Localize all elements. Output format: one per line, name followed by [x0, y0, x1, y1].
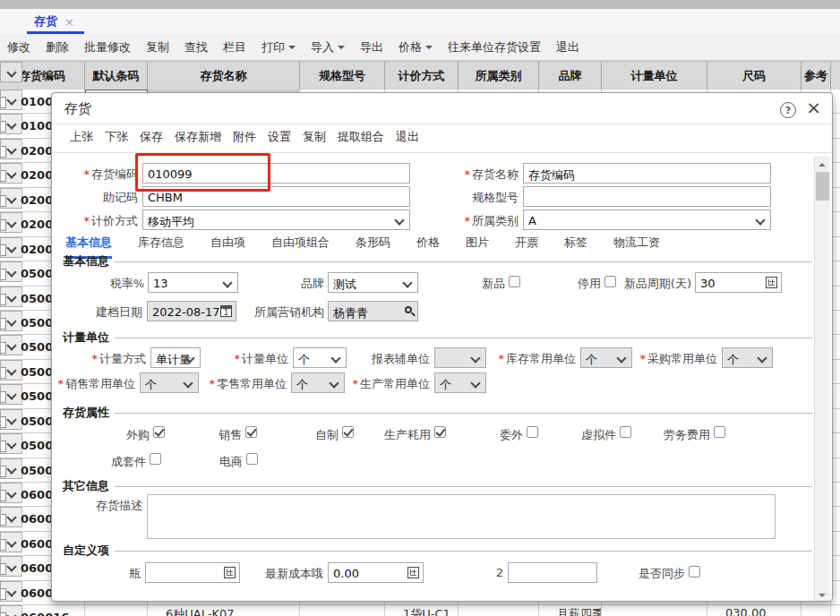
- row-cell[interactable]: 1袋U-C1: [385, 605, 459, 616]
- scroll-down-icon[interactable]: [815, 586, 830, 601]
- attr-checkbox-9[interactable]: [246, 453, 258, 465]
- toolbar-button-label: 栏目: [223, 39, 246, 56]
- grid-header-7[interactable]: 品牌: [539, 62, 602, 90]
- scrollbar-thumb[interactable]: [816, 172, 829, 201]
- attr-checkbox-8[interactable]: [150, 453, 161, 465]
- grid-header-2[interactable]: 默认条码: [85, 62, 148, 90]
- toolbar-button-7[interactable]: 打印: [261, 39, 296, 56]
- grid-header-6[interactable]: 所属类别: [459, 62, 539, 90]
- toolbar-button-12[interactable]: 退出: [556, 39, 579, 56]
- custom2-label: 最新成本哦: [265, 566, 323, 582]
- row-cell[interactable]: [801, 605, 831, 616]
- section-basic-title: 基本信息: [63, 253, 812, 270]
- toolbar-button-label: 复制: [146, 39, 169, 56]
- tab-close-icon[interactable]: ×: [64, 15, 74, 29]
- pricing-select[interactable]: 移动平均: [142, 210, 410, 230]
- stop-checkbox[interactable]: [604, 276, 616, 287]
- attr-checkbox-3[interactable]: [342, 426, 354, 438]
- custom1-input[interactable]: [145, 562, 240, 583]
- unit-label-7: *零售常用单位: [210, 376, 287, 392]
- dialog-scrollbar[interactable]: [814, 156, 830, 601]
- grid-header-4[interactable]: 规格型号: [300, 62, 385, 90]
- code-label: *存货编码: [84, 167, 139, 183]
- help-icon[interactable]: ?: [780, 102, 796, 118]
- row-cell[interactable]: 6种UAL-K07: [148, 605, 300, 616]
- search-icon: [405, 306, 412, 313]
- tax-select[interactable]: 13: [148, 272, 238, 293]
- dialog-menu-item-6[interactable]: 设置: [268, 129, 291, 145]
- attr-checkbox-4[interactable]: [434, 426, 446, 438]
- unit-label-6: *销售常用单位: [58, 376, 136, 392]
- unit-label-3: 报表辅单位: [372, 351, 430, 367]
- toolbar-button-label: 打印: [261, 39, 285, 56]
- sync-checkbox[interactable]: [689, 566, 700, 578]
- dialog-menu-item-1[interactable]: 上张: [70, 129, 93, 145]
- toolbar-button-11[interactable]: 往来单位存货设置: [448, 39, 541, 56]
- new-item-checkbox[interactable]: [509, 276, 520, 287]
- chevron-down-icon: [425, 46, 433, 53]
- spec-input[interactable]: [523, 186, 771, 207]
- table-row: 0600166种UAL-K071袋U-C1月薪四季030.00: [0, 605, 840, 616]
- tab-inventory[interactable]: 存货 ×: [27, 9, 81, 34]
- attr-checkbox-6[interactable]: [620, 426, 631, 438]
- toolbar-button-label: 删除: [46, 39, 69, 56]
- section-custom-title: 自定义项: [63, 543, 812, 559]
- dialog-menu-item-4[interactable]: 保存新增: [175, 129, 221, 145]
- toolbar-button-6[interactable]: 栏目: [223, 39, 246, 56]
- attr-label-5: 委外: [500, 427, 523, 443]
- custom3-label: 2: [496, 566, 503, 579]
- toolbar-button-1[interactable]: 修改: [7, 39, 30, 56]
- calculator-icon[interactable]: [407, 567, 419, 578]
- scroll-up-icon[interactable]: [815, 156, 830, 170]
- dialog-menu-item-7[interactable]: 复制: [303, 129, 326, 145]
- section-attrs-title: 存货属性: [63, 405, 812, 421]
- close-icon[interactable]: ×: [806, 98, 821, 116]
- row-cell[interactable]: [602, 605, 707, 616]
- grid-header-5[interactable]: 计价方式: [385, 62, 459, 90]
- grid-header-10[interactable]: 参考: [801, 62, 831, 90]
- unit-select-1[interactable]: 单计量: [150, 347, 201, 368]
- dialog-menu-item-3[interactable]: 保存: [140, 129, 163, 145]
- row-cell[interactable]: [85, 605, 148, 616]
- attr-checkbox-7[interactable]: [714, 426, 725, 438]
- toolbar-button-5[interactable]: 查找: [184, 39, 208, 56]
- row-cell[interactable]: 月薪四季: [539, 605, 602, 616]
- unit-select-2[interactable]: 个: [293, 347, 347, 368]
- dialog-menu-item-5[interactable]: 附件: [233, 129, 256, 145]
- row-cell[interactable]: [300, 605, 385, 616]
- category-select[interactable]: A: [523, 210, 771, 230]
- grid-header-8[interactable]: 计量单位: [602, 62, 707, 90]
- attr-label-9: 电商: [219, 454, 243, 470]
- toolbar-button-4[interactable]: 复制: [146, 39, 169, 56]
- row-code-cell[interactable]: 060016: [0, 605, 85, 616]
- calendar-icon: [220, 305, 232, 317]
- desc-textarea[interactable]: [147, 494, 776, 539]
- toolbar-button-10[interactable]: 价格: [399, 39, 433, 56]
- custom3-input[interactable]: [508, 562, 597, 583]
- toolbar-button-9[interactable]: 导出: [360, 39, 383, 56]
- dialog-title-separator: [52, 124, 832, 124]
- dialog-menu-item-2[interactable]: 下张: [105, 129, 128, 145]
- attr-checkbox-1[interactable]: [153, 426, 165, 438]
- dialog-menu-item-9[interactable]: 退出: [396, 129, 419, 145]
- calculator-icon[interactable]: [766, 277, 777, 288]
- unit-select-5: 个: [722, 347, 773, 368]
- row-cell[interactable]: 030.00: [707, 605, 801, 616]
- calculator-icon[interactable]: [224, 567, 236, 578]
- toolbar-button-2[interactable]: 删除: [46, 39, 69, 56]
- toolbar-button-8[interactable]: 导入: [311, 39, 345, 56]
- create-date-input: 2022-08-17: [147, 301, 236, 321]
- grid-header-3[interactable]: 存货名称: [148, 62, 300, 90]
- grid-header-9[interactable]: 尺码: [707, 62, 801, 90]
- attr-checkbox-2[interactable]: [245, 426, 257, 438]
- desc-label: 存货描述: [96, 498, 142, 514]
- row-cell[interactable]: [459, 605, 539, 616]
- name-input[interactable]: 存货编码: [523, 163, 771, 184]
- attr-checkbox-5[interactable]: [527, 426, 538, 438]
- dialog-title: 存货: [64, 100, 91, 117]
- toolbar-button-3[interactable]: 批量修改: [84, 39, 131, 56]
- brand-select[interactable]: 测试: [328, 272, 418, 293]
- cycle-input[interactable]: 30: [695, 272, 782, 293]
- custom2-input[interactable]: 0.00: [328, 562, 424, 583]
- dialog-menu-item-8[interactable]: 提取组合: [338, 129, 384, 145]
